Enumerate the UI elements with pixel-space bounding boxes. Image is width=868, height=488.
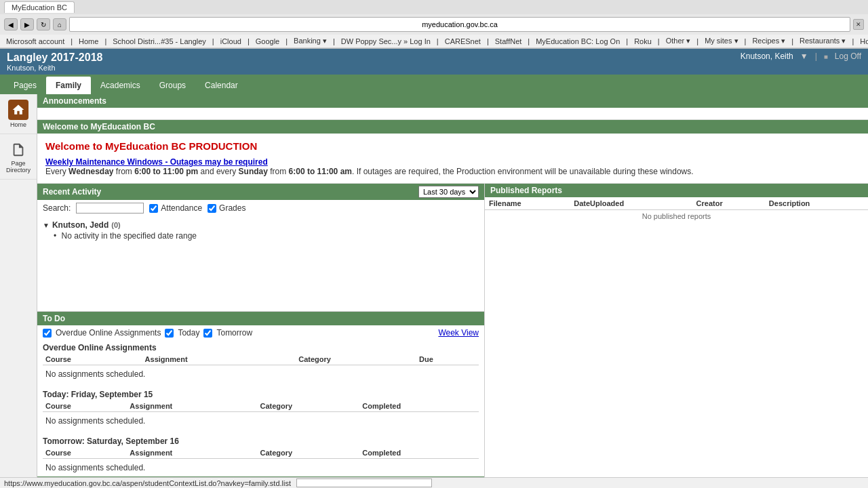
status-url: https://www.myeducation.gov.bc.ca/aspen/… [4, 479, 291, 487]
bookmark-caresnet[interactable]: CARESnet [443, 37, 483, 46]
date-range-dropdown[interactable]: Last 30 days Last 7 days Last 60 days [418, 186, 479, 198]
grades-checkbox-group: Grades [208, 203, 245, 213]
maint-text-1: Every [45, 167, 68, 176]
refresh-button[interactable]: ↻ [37, 18, 50, 30]
forward-button[interactable]: ▶ [20, 18, 34, 30]
today-checkbox[interactable] [165, 329, 174, 338]
status-bar: https://www.myeducation.gov.bc.ca/aspen/… [0, 477, 868, 488]
no-activity-message: • No activity in the specified date rang… [43, 230, 479, 242]
student-row[interactable]: ▼ Knutson, Jedd (0) [43, 220, 479, 230]
grades-label: Grades [219, 203, 245, 213]
bookmarks-bar: Microsoft account| Home| School Distri..… [0, 35, 868, 48]
bookmark-recipes[interactable]: Recipes ▾ [750, 36, 787, 46]
tab-family[interactable]: Family [46, 77, 91, 94]
no-reports-message: No published reports [485, 210, 868, 223]
tomorrow-col-completed: Completed [359, 447, 479, 459]
recent-activity-header: Recent Activity Last 30 days Last 7 days… [37, 184, 484, 200]
today-col-assignment: Assignment [127, 401, 257, 412]
announcements-header: Announcements [37, 94, 868, 108]
tab-pages[interactable]: Pages [4, 77, 46, 94]
logoff-button[interactable]: Log Off [835, 52, 861, 61]
recent-activity-title: Recent Activity [43, 187, 101, 197]
logoff-icon: ■ [824, 53, 828, 60]
tomorrow-checkbox[interactable] [203, 329, 212, 338]
status-input[interactable] [296, 479, 432, 487]
browser-tab[interactable]: MyEducation BC [4, 1, 75, 13]
reports-col-creator: Creator [692, 197, 765, 210]
tomorrow-title: Tomorrow: Saturday, September 16 [43, 436, 479, 446]
week-view-link[interactable]: Week View [438, 328, 479, 338]
overdue-title: Overdue Online Assignments [43, 343, 479, 352]
content-area: Announcements Welcome to MyEducation BC … [37, 94, 868, 488]
student-count: (0) [111, 221, 120, 229]
back-button[interactable]: ◀ [4, 18, 18, 30]
app-title: Langley 2017-2018 [7, 52, 102, 64]
overdue-col-due: Due [416, 354, 479, 365]
tomorrow-table: Course Assignment Category Completed [43, 447, 479, 459]
bookmark-home[interactable]: Home [77, 37, 100, 46]
close-tab-button[interactable]: ✕ [853, 19, 864, 30]
bookmark-mysites[interactable]: My sites ▾ [703, 36, 740, 46]
maint-bold-1: Wednesday [68, 167, 113, 176]
bookmark-roku[interactable]: Roku [632, 37, 654, 46]
maint-text-4: from [268, 167, 289, 176]
overdue-checkbox[interactable] [43, 329, 52, 338]
header-user[interactable]: Knutson, Keith [741, 52, 793, 61]
app-header: Langley 2017-2018 Knutson, Keith Knutson… [0, 49, 868, 75]
home-browser-button[interactable]: ⌂ [53, 18, 66, 30]
tab-academics[interactable]: Academics [91, 77, 150, 94]
search-input[interactable] [76, 203, 144, 214]
overdue-col-assignment: Assignment [142, 354, 296, 365]
today-col-course: Course [43, 401, 127, 412]
today-col-category: Category [258, 401, 360, 412]
published-reports-header: Published Reports [485, 184, 868, 197]
today-no-assignments: No assignments scheduled. [43, 415, 479, 427]
todo-title: To Do [43, 314, 65, 323]
maintenance-link[interactable]: Weekly Maintenance Windows - Outages may… [45, 157, 268, 167]
sidebar-item-home[interactable]: Home [0, 94, 37, 134]
activity-content: ▼ Knutson, Jedd (0) • No activity in the… [37, 216, 484, 311]
today-table: Course Assignment Category Completed [43, 401, 479, 412]
maint-text-2: from [113, 167, 134, 176]
today-label: Today [178, 328, 199, 338]
bookmark-school[interactable]: School Distri...#35 - Langley [111, 37, 208, 46]
header-separator2: | [815, 52, 817, 61]
sidebar-item-page-directory[interactable]: Page Directory [0, 134, 37, 180]
nav-tabs: Pages Family Academics Groups Calendar [0, 75, 868, 94]
student-name: Knutson, Jedd [52, 220, 108, 230]
overdue-label: Overdue Online Assignments [56, 328, 161, 338]
browser-chrome: MyEducation BC ◀ ▶ ↻ ⌂ ✕ Microsoft accou… [0, 0, 868, 49]
bookmark-dw-poppy[interactable]: DW Poppy Sec...y » Log In [339, 37, 433, 46]
expand-icon: ▼ [43, 222, 50, 229]
grades-checkbox[interactable] [208, 204, 216, 213]
bookmark-myeducation[interactable]: MyEducation BC: Log On [534, 37, 622, 46]
bookmark-other[interactable]: Other ▾ [664, 36, 693, 46]
app-subtitle: Knutson, Keith [7, 64, 102, 72]
right-col: Published Reports Filename DateUploaded … [485, 184, 868, 488]
maintenance-text: Every Wednesday from 6:00 to 11:00 pm an… [45, 167, 860, 176]
bookmark-google[interactable]: Google [254, 37, 281, 46]
bullet-icon: • [54, 231, 56, 241]
reports-table: Filename DateUploaded Creator Descriptio… [485, 197, 868, 222]
bookmark-microsoft[interactable]: Microsoft account [4, 37, 66, 46]
bookmark-icloud[interactable]: iCloud [218, 37, 243, 46]
todo-section: To Do Overdue Online Assignments Today T… [37, 311, 484, 476]
reports-col-description: Description [765, 197, 868, 210]
recent-activity-section: Recent Activity Last 30 days Last 7 days… [37, 184, 484, 311]
attendance-checkbox[interactable] [149, 204, 158, 213]
tomorrow-col-category: Category [258, 447, 360, 459]
today-col-completed: Completed [359, 401, 479, 412]
bookmark-restaurants[interactable]: Restaurants ▾ [797, 36, 848, 46]
tab-calendar[interactable]: Calendar [195, 77, 248, 94]
tab-groups[interactable]: Groups [150, 77, 195, 94]
bookmark-hot-lunches[interactable]: Hot Lunches -...ntary School [858, 37, 868, 46]
search-label: Search: [43, 203, 71, 213]
bookmark-banking[interactable]: Banking ▾ [292, 36, 329, 46]
left-col: Recent Activity Last 30 days Last 7 days… [37, 184, 485, 488]
overdue-table: Course Assignment Category Due [43, 354, 479, 365]
address-bar[interactable] [69, 17, 850, 32]
reports-col-filename: Filename [485, 197, 570, 210]
sidebar: Home Page Directory [0, 94, 37, 488]
bookmark-staffnet[interactable]: StaffNet [493, 37, 524, 46]
page-directory-icon [8, 140, 28, 160]
